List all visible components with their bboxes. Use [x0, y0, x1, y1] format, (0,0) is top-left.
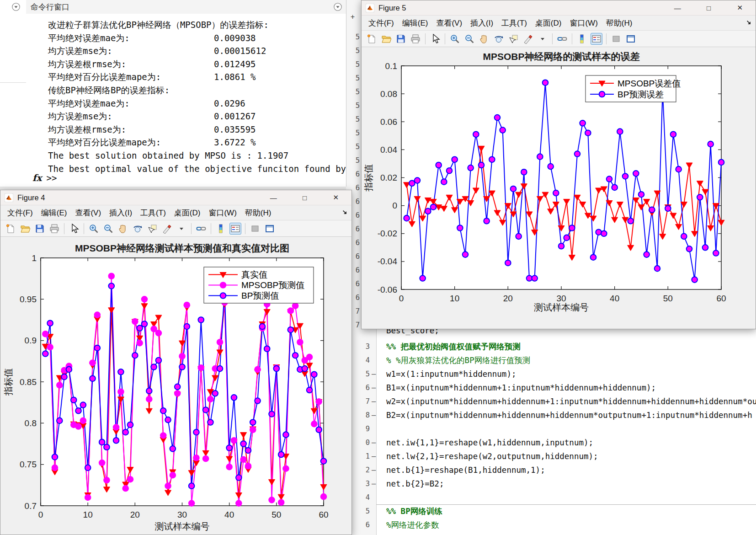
panel-divider — [0, 82, 26, 83]
editor-line-number: 5 — [353, 44, 360, 58]
figure5-titlebar[interactable]: Figure 5 — □ ✕ — [362, 0, 756, 15]
menu-item[interactable]: 文件(F) — [3, 208, 37, 218]
menu-item[interactable]: 查看(V) — [432, 18, 466, 28]
svg-text:0.8: 0.8 — [25, 418, 37, 428]
code-line[interactable]: 5–w1=x(1:inputnum*hiddennum); — [346, 367, 756, 381]
figure5-toolbar — [362, 30, 756, 47]
print-figure-icon[interactable] — [410, 33, 421, 45]
svg-text:60: 60 — [319, 510, 328, 519]
rotate-3d-icon[interactable] — [493, 33, 505, 45]
legend-entry: BP预测误差 — [618, 90, 664, 99]
hide-plot-tools-icon[interactable] — [610, 33, 622, 45]
maximize-button[interactable]: □ — [294, 194, 314, 202]
new-figure-icon[interactable] — [366, 33, 378, 45]
code-line[interactable]: 5%% BP网络训练 — [346, 504, 756, 518]
code-line[interactable]: 2–net.b{1}=reshape(B1,hiddennum,1); — [346, 463, 756, 477]
zoom-out-icon[interactable] — [463, 33, 475, 45]
save-figure-icon[interactable] — [34, 223, 46, 235]
pan-icon[interactable] — [117, 223, 129, 235]
menu-item[interactable]: 桌面(D) — [170, 208, 205, 218]
rotate-3d-icon[interactable] — [132, 223, 144, 235]
command-window-output[interactable]: 改进粒子群算法优化BP神经网络（MPSOBP）的误差指标:平均绝对误差mae为:… — [26, 14, 346, 187]
link-plot-icon[interactable] — [556, 33, 568, 45]
print-figure-icon[interactable] — [48, 223, 60, 235]
insert-legend-icon[interactable] — [229, 223, 241, 235]
code-line[interactable]: 0–net.iw{1,1}=reshape(w1,hiddennum,input… — [346, 436, 756, 449]
menu-item[interactable]: 窗口(W) — [565, 18, 602, 28]
menu-item[interactable]: 帮助(H) — [602, 18, 637, 28]
open-file-icon[interactable] — [19, 223, 31, 235]
brush-icon[interactable] — [161, 223, 173, 235]
figure5-canvas: 01020304050600.10.080.060.040.020-0.02-0… — [362, 47, 756, 329]
menu-item[interactable]: 查看(V) — [71, 208, 105, 218]
close-button[interactable]: ✕ — [730, 4, 750, 12]
menubar-pin-icon[interactable] — [745, 19, 753, 27]
new-figure-icon[interactable] — [5, 223, 16, 235]
code-line[interactable]: 7–w2=x(inputnum*hiddennum+hiddennum+1:in… — [346, 395, 756, 408]
menu-item[interactable]: 文件(F) — [364, 18, 398, 28]
editor-line-number: 5 — [353, 126, 360, 140]
figure5-window: Figure 5 — □ ✕ 文件(F)编辑(E)查看(V)插入(I)工具(T)… — [361, 0, 756, 329]
save-figure-icon[interactable] — [395, 33, 407, 45]
menubar-pin-icon[interactable] — [341, 209, 349, 216]
zoom-in-icon[interactable] — [449, 33, 461, 45]
link-plot-icon[interactable] — [195, 223, 207, 235]
maximize-button[interactable]: □ — [698, 4, 719, 12]
code-line[interactable]: 8–B2=x(inputnum*hiddennum+hiddennum+hidd… — [346, 408, 756, 422]
plot-legend[interactable]: 真实值MPSOBP预测值BP预测值 — [204, 267, 314, 303]
svg-text:40: 40 — [610, 294, 619, 303]
code-line[interactable]: 4 — [346, 491, 756, 504]
menu-item[interactable]: 帮助(H) — [241, 208, 276, 218]
minimize-button[interactable]: — — [667, 4, 687, 12]
code-line[interactable]: 6%网络进化参数 — [346, 518, 756, 532]
code-fold-plus-icon[interactable]: + — [351, 13, 355, 21]
code-line[interactable]: 4% %用灰狼算法优化的BP网络进行值预测 — [346, 353, 756, 367]
insert-colorbar-icon[interactable] — [576, 33, 588, 45]
dock-figure-icon[interactable] — [625, 33, 637, 45]
edit-plot-cursor-icon[interactable] — [429, 33, 441, 45]
code-line[interactable]: 3–net.b{2}=B2; — [346, 477, 756, 491]
svg-text:30: 30 — [177, 510, 187, 519]
svg-text:0.75: 0.75 — [20, 460, 37, 469]
code-line[interactable]: 6–B1=x(inputnum*hiddennum+1:inputnum*hid… — [346, 381, 756, 395]
insert-legend-icon[interactable] — [591, 33, 602, 45]
menu-item[interactable]: 工具(T) — [497, 18, 531, 28]
panel-menu-icon[interactable] — [11, 2, 21, 11]
command-output-line: The best optimal value of the objective … — [48, 162, 344, 176]
editor-line-number: 6 — [353, 277, 360, 291]
menu-item[interactable]: 桌面(D) — [531, 18, 566, 28]
menu-item[interactable]: 编辑(E) — [398, 18, 432, 28]
open-file-icon[interactable] — [380, 33, 392, 45]
svg-text:0.04: 0.04 — [380, 145, 397, 155]
code-line[interactable]: 9 — [346, 422, 756, 436]
hide-plot-tools-icon[interactable] — [249, 223, 261, 235]
matlab-desktop: + 5555555555666666666677 Best_score; 3%%… — [0, 0, 756, 535]
caret-down-icon[interactable] — [176, 223, 187, 235]
menu-item[interactable]: 插入(I) — [105, 208, 136, 218]
minimize-button[interactable]: — — [263, 194, 283, 202]
caret-down-icon[interactable] — [537, 33, 548, 45]
pan-icon[interactable] — [478, 33, 490, 45]
insert-colorbar-icon[interactable] — [215, 223, 227, 235]
plot-legend[interactable]: MPSOBP误差值BP预测误差 — [586, 75, 681, 102]
brush-icon[interactable] — [522, 33, 534, 45]
editor-line-number: 6 — [353, 181, 360, 195]
legend-entry: MPSOBP预测值 — [241, 280, 304, 290]
dock-figure-icon[interactable] — [264, 223, 276, 235]
code-line[interactable]: 1–net.lw{2,1}=reshape(w2,outputnum,hidde… — [346, 449, 756, 463]
editor-line-number: 5 — [353, 30, 360, 44]
zoom-out-icon[interactable] — [102, 223, 114, 235]
command-window-menu-icon[interactable] — [333, 2, 342, 11]
command-prompt[interactable]: fx >> — [32, 171, 57, 185]
code-line[interactable]: 3%% 把最优初始阀值权值赋予网络预测 — [346, 340, 756, 353]
data-cursor-icon[interactable] — [146, 223, 158, 235]
close-button[interactable]: ✕ — [326, 193, 346, 202]
zoom-in-icon[interactable] — [88, 223, 100, 235]
edit-plot-cursor-icon[interactable] — [68, 223, 80, 235]
menu-item[interactable]: 窗口(W) — [204, 208, 240, 218]
menu-item[interactable]: 编辑(E) — [37, 208, 71, 218]
menu-item[interactable]: 工具(T) — [136, 208, 170, 218]
data-cursor-icon[interactable] — [507, 33, 519, 45]
figure4-titlebar[interactable]: Figure 4 — □ ✕ — [0, 190, 351, 205]
menu-item[interactable]: 插入(I) — [466, 18, 497, 28]
